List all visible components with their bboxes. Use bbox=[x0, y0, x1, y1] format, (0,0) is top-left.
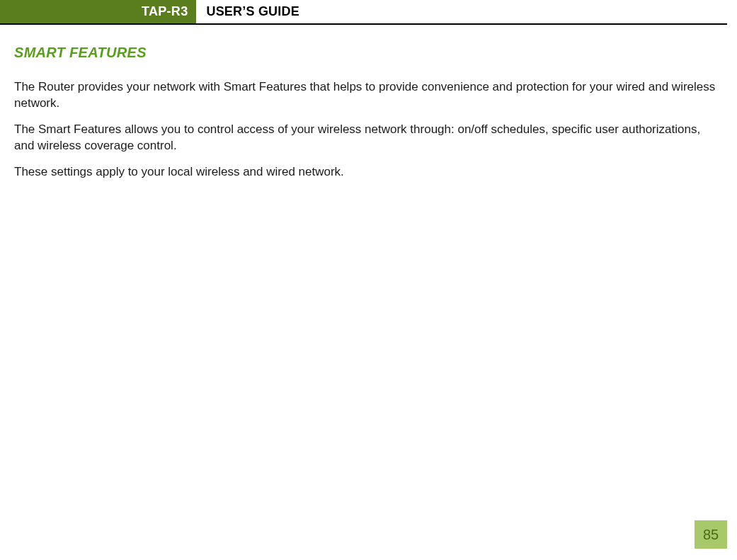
document-title: USER’S GUIDE bbox=[196, 0, 309, 23]
section-heading: SMART FEATURES bbox=[14, 45, 723, 61]
body-paragraph: The Smart Features allows you to control… bbox=[14, 122, 723, 154]
document-header: TAP-R3 USER’S GUIDE bbox=[0, 0, 727, 25]
body-paragraph: The Router provides your network with Sm… bbox=[14, 79, 723, 112]
product-badge: TAP-R3 bbox=[0, 0, 196, 23]
page-content: SMART FEATURES The Router provides your … bbox=[0, 25, 737, 181]
body-paragraph: These settings apply to your local wirel… bbox=[14, 164, 723, 181]
page-number: 85 bbox=[695, 520, 727, 549]
